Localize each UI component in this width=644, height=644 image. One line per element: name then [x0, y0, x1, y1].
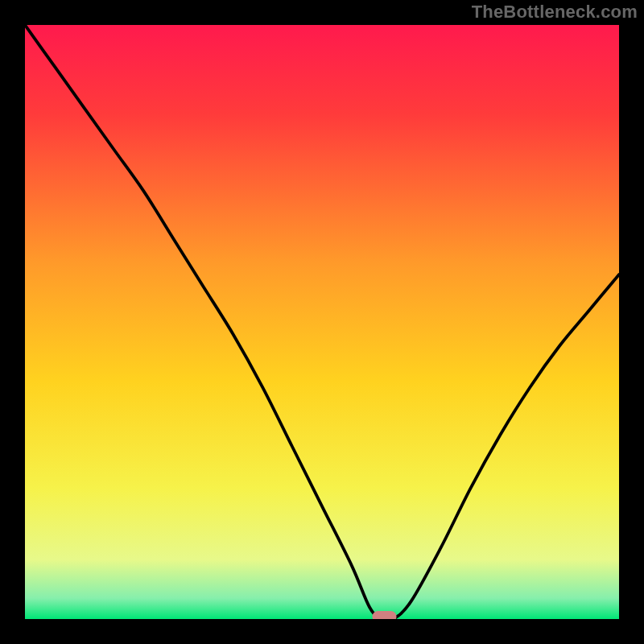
plot-area	[25, 25, 619, 622]
gradient-background	[25, 25, 619, 619]
chart-svg	[0, 0, 644, 644]
bottleneck-chart: TheBottleneck.com	[0, 0, 644, 644]
attribution-label: TheBottleneck.com	[472, 2, 638, 23]
